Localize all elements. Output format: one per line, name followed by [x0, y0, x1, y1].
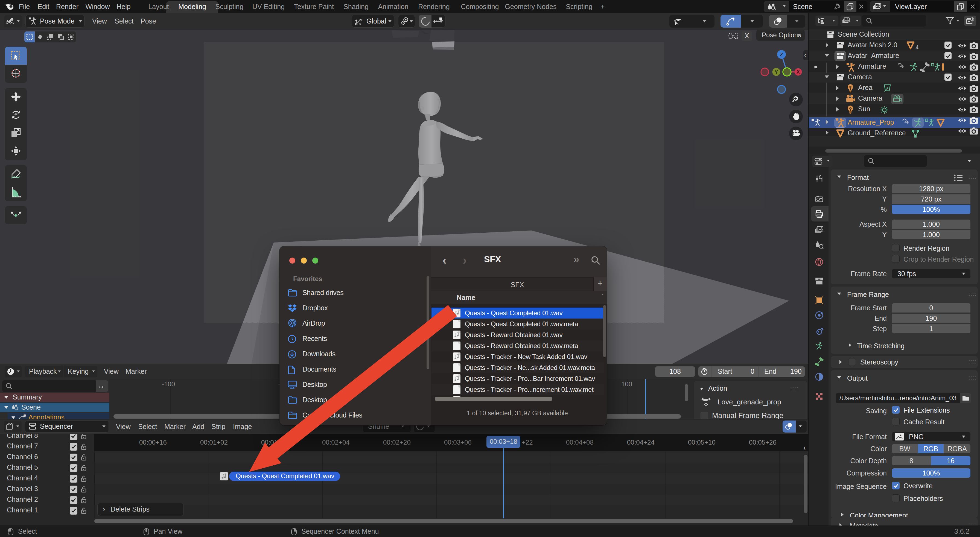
svg-text:X: X [797, 69, 800, 75]
svg-text:Y: Y [775, 69, 778, 75]
svg-text:Z: Z [780, 52, 783, 57]
